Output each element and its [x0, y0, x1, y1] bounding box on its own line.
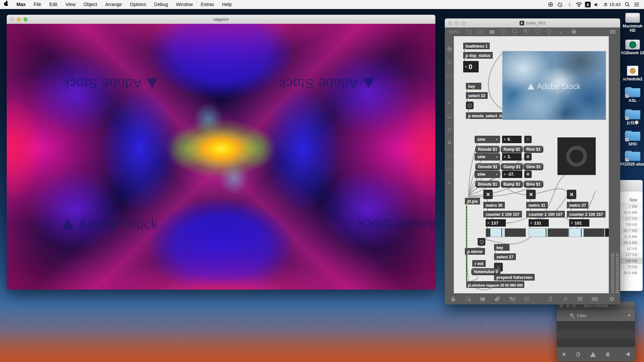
audio-note-icon[interactable]: ♪	[447, 86, 452, 92]
metro-toggle-2[interactable]: ×	[526, 190, 536, 199]
sequence-icon[interactable]: ▶	[447, 100, 452, 105]
new-toggle-icon[interactable]: ×▾	[498, 28, 509, 35]
scroll-bottom-icon[interactable]	[606, 353, 609, 356]
range-slider-3[interactable]	[569, 228, 609, 237]
select32-object[interactable]: select 32	[466, 92, 488, 99]
toggle-g[interactable]: ×	[524, 153, 532, 161]
gamp-message[interactable]: Gamp $1	[501, 163, 523, 170]
prepend-object[interactable]: prepend fullscreen	[494, 274, 535, 281]
new-number-icon[interactable]: –▾	[532, 28, 543, 35]
zoom-select-icon[interactable]	[465, 296, 471, 302]
gmode-message[interactable]: Gmode $1	[475, 163, 500, 170]
image-icon[interactable]	[447, 113, 452, 119]
new-playbar-icon[interactable]: ▶▾	[521, 28, 532, 35]
ginv-message[interactable]: Ginv $1	[524, 163, 543, 170]
jit-window-object[interactable]: jit.window nagasm 20 50 980 590	[466, 281, 524, 288]
paint-bucket-icon[interactable]	[566, 29, 582, 35]
dsp-number-box[interactable]: 0	[463, 61, 479, 72]
object-palette-grid-icon[interactable]	[610, 30, 615, 34]
clip-add-icon[interactable]	[547, 296, 553, 302]
zoom-level-dropdown[interactable]: 100%▾	[445, 30, 464, 34]
loadmess-object[interactable]: loadmess 1	[463, 43, 490, 49]
key-object-2[interactable]: key	[494, 244, 509, 251]
bmode-message[interactable]: Bmode $1	[475, 181, 500, 188]
new-button-icon[interactable]: ○▾	[509, 28, 521, 35]
menu-options[interactable]: Options	[126, 0, 150, 9]
scrollbar[interactable]	[616, 253, 619, 293]
beap-icon[interactable]: b	[447, 167, 452, 172]
mixer-icon[interactable]	[577, 296, 583, 302]
metro-toggle-1[interactable]: ×	[483, 190, 493, 199]
hide-cords-icon[interactable]	[509, 296, 515, 302]
new-comment-icon[interactable]	[486, 29, 498, 35]
float-box-r[interactable]: 9.	[502, 136, 522, 143]
notification-center-icon[interactable]	[633, 2, 640, 8]
rinv-message[interactable]: Rinv $1	[524, 146, 543, 153]
toggle-b[interactable]: ×	[524, 171, 532, 178]
counter-object-1[interactable]: counter 2 100 157	[483, 211, 522, 218]
key-object[interactable]: key	[466, 83, 481, 89]
grid-icon[interactable]	[524, 296, 530, 302]
waveform-menu-g[interactable]: sine▾	[475, 153, 500, 161]
app-menu-max[interactable]: Max	[12, 0, 30, 9]
receive-init-object[interactable]: r init	[472, 260, 486, 267]
select27-object[interactable]: select 27	[494, 253, 516, 260]
counter-value-2[interactable]: 131	[529, 219, 549, 227]
menu-view[interactable]: View	[61, 0, 79, 9]
filter-input[interactable]	[577, 313, 614, 318]
layers-icon[interactable]	[494, 296, 500, 302]
mirror-subpatch[interactable]: p mirror	[465, 248, 485, 255]
menu-debug[interactable]: Debug	[150, 0, 172, 9]
jit-pix-object[interactable]: jit.pix	[465, 198, 480, 204]
metro-object-1[interactable]: metro 30	[483, 202, 505, 208]
volume-icon[interactable]	[593, 2, 600, 8]
new-message-icon[interactable]: m	[475, 29, 486, 35]
bang-button[interactable]	[478, 238, 485, 246]
binv-message[interactable]: Binv $1	[524, 181, 543, 188]
toggle-r[interactable]: ×	[524, 136, 532, 143]
target-icon[interactable]	[447, 60, 452, 65]
counter-value-1[interactable]: 137	[486, 219, 506, 227]
jit-pwindow-preview[interactable]: Adobe Stock	[502, 51, 606, 120]
counter-value-3[interactable]: 101	[569, 219, 589, 227]
fsmenubar-message[interactable]: fsmenubar 0	[471, 268, 500, 275]
browser-icon[interactable]	[447, 73, 452, 78]
plug-icon[interactable]	[447, 140, 452, 145]
bang-button[interactable]	[466, 102, 474, 109]
menu-object[interactable]: Object	[79, 0, 101, 9]
menu-window[interactable]: Window	[172, 0, 197, 9]
presentation-icon[interactable]	[480, 296, 486, 302]
timestamps-icon[interactable]	[576, 352, 580, 357]
dial-display[interactable]	[557, 137, 596, 175]
keyboard-grid-icon[interactable]	[592, 296, 598, 302]
time-machine-icon[interactable]	[557, 2, 564, 8]
counter-object-3[interactable]: counter 2 100 157	[567, 211, 605, 218]
add-more-icon[interactable]: +	[555, 29, 566, 35]
range-slider-2[interactable]	[529, 228, 569, 237]
wifi-icon[interactable]	[576, 2, 582, 8]
menu-bar-clock[interactable]: 木 15:43	[603, 2, 621, 8]
package-icon[interactable]	[447, 46, 452, 52]
ramp-message[interactable]: Ramp $1	[501, 146, 523, 153]
metro-toggle-3[interactable]: ×	[567, 190, 576, 199]
menu-help[interactable]: Help	[218, 0, 236, 9]
float-box-g[interactable]: 3.	[502, 153, 522, 161]
waveform-menu-b[interactable]: sine▾	[475, 171, 500, 178]
bluetooth-icon[interactable]	[566, 2, 573, 8]
range-slider-1[interactable]	[486, 228, 526, 237]
add-icon[interactable]: +	[628, 312, 631, 319]
warnings-icon[interactable]	[590, 352, 596, 357]
new-dial-icon[interactable]: ▾	[543, 28, 555, 35]
float-box-b[interactable]: -27.	[502, 171, 522, 178]
favorites-star-icon[interactable]: ★	[447, 180, 452, 185]
menu-arrange[interactable]: Arrange	[101, 0, 126, 9]
patcher-canvas[interactable]: loadmess 1 p dsp_status 0 key select 32 …	[454, 36, 609, 293]
menu-edit[interactable]: Edit	[45, 0, 61, 9]
apple-menu[interactable]	[0, 0, 12, 9]
back-arrow-icon[interactable]	[626, 352, 630, 357]
input-source-icon[interactable]: A	[585, 2, 591, 7]
counter-object-2[interactable]: counter 2 100 157	[526, 211, 565, 218]
scrollbar[interactable]	[611, 253, 614, 293]
rmode-message[interactable]: Rmode $1	[475, 146, 500, 153]
metro-object-3[interactable]: metro 37	[567, 202, 588, 208]
